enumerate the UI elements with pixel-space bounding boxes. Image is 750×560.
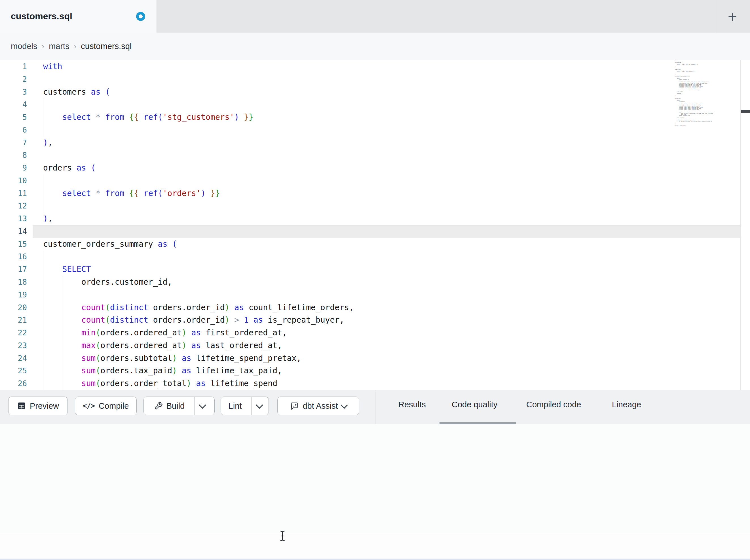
lint-split-button: Lint xyxy=(221,397,269,415)
tab-code-quality[interactable]: Code quality xyxy=(452,400,497,409)
breadcrumb: models › marts › customers.sql xyxy=(11,33,132,60)
code-line-text: min(orders.ordered_at) as first_ordered_… xyxy=(33,327,741,339)
code-line-text: ), xyxy=(33,212,741,225)
code-line[interactable]: 20 count(distinct orders.order_id) as co… xyxy=(0,302,741,314)
code-line-text: sum(orders.tax_paid) as lifetime_tax_pai… xyxy=(33,365,741,377)
code-line-text: count(distinct orders.order_id) > 1 as i… xyxy=(33,314,741,327)
wrench-icon xyxy=(154,402,163,410)
code-line[interactable]: 25 sum(orders.tax_paid) as lifetime_tax_… xyxy=(0,365,741,377)
code-line[interactable]: 21 count(distinct orders.order_id) > 1 a… xyxy=(0,314,741,327)
code-line-text: sum(orders.order_total) as lifetime_spen… xyxy=(33,377,741,390)
indent-guide xyxy=(43,174,43,213)
code-line-text xyxy=(33,149,741,162)
build-dropdown-button[interactable] xyxy=(195,397,210,415)
code-line[interactable]: 8 xyxy=(0,149,741,162)
line-number: 16 xyxy=(0,250,33,263)
code-line-text: sum(orders.subtotal) as lifetime_spend_p… xyxy=(33,352,741,365)
build-split-button: Build xyxy=(143,397,215,415)
code-line-text xyxy=(33,289,741,302)
code-brackets-icon: </> xyxy=(83,402,95,410)
code-line[interactable]: 23 max(orders.ordered_at) as last_ordere… xyxy=(0,339,741,352)
preview-button[interactable]: Preview xyxy=(8,397,68,415)
line-number: 10 xyxy=(0,174,33,187)
dbt-cloud-ide: customers.sql + models › marts › custome… xyxy=(0,0,750,560)
indent-guide xyxy=(43,98,43,137)
new-tab-button[interactable]: + xyxy=(720,5,745,28)
code-line[interactable]: 12 xyxy=(0,200,741,212)
code-line[interactable]: 16 xyxy=(0,250,741,263)
code-editor[interactable]: 1with23customers as (45 select * from {{… xyxy=(0,60,750,390)
code-line[interactable]: 5 select * from {{ ref('stg_customers') … xyxy=(0,111,741,124)
code-line[interactable]: 13), xyxy=(0,212,741,225)
line-number: 18 xyxy=(0,276,33,289)
compile-button[interactable]: </> Compile xyxy=(75,397,137,415)
line-number: 13 xyxy=(0,212,33,225)
line-number: 24 xyxy=(0,352,33,365)
code-line[interactable]: 3customers as ( xyxy=(0,86,741,99)
tab-customers-sql[interactable]: customers.sql xyxy=(0,0,157,33)
indent-guide xyxy=(62,276,62,390)
code-line-text: orders.customer_id, xyxy=(33,276,741,289)
code-line[interactable]: 24 sum(orders.subtotal) as lifetime_spen… xyxy=(0,352,741,365)
code-line[interactable]: 17 SELECT xyxy=(0,263,741,276)
code-line[interactable]: 10 xyxy=(0,174,741,187)
breadcrumb-item-models[interactable]: models xyxy=(11,42,37,51)
code-line-text: ), xyxy=(33,137,741,149)
build-button[interactable]: Build xyxy=(148,397,191,415)
code-line[interactable]: 18 orders.customer_id, xyxy=(0,276,741,289)
tab-bar: customers.sql + xyxy=(0,0,750,33)
lint-dropdown-button[interactable] xyxy=(252,397,267,415)
lint-button-label: Lint xyxy=(229,401,242,411)
line-number: 1 xyxy=(0,60,33,73)
code-line-text xyxy=(33,124,741,137)
breadcrumb-item-marts[interactable]: marts xyxy=(49,42,70,51)
chevron-down-icon xyxy=(256,401,263,409)
code-line[interactable]: 9orders as ( xyxy=(0,162,741,174)
preview-button-label: Preview xyxy=(30,401,59,411)
chevron-down-icon xyxy=(199,401,206,409)
unsaved-changes-dot-icon xyxy=(136,12,145,21)
lint-button[interactable]: Lint xyxy=(222,397,248,415)
breadcrumb-separator-icon: › xyxy=(74,42,77,51)
tab-lineage[interactable]: Lineage xyxy=(612,400,641,409)
tab-title: customers.sql xyxy=(11,11,72,22)
code-line-text: max(orders.ordered_at) as last_ordered_a… xyxy=(33,339,741,352)
tab-compiled-code[interactable]: Compiled code xyxy=(526,400,581,409)
status-bar: Defer to staging/production ? Ready xyxy=(0,534,750,559)
line-number: 4 xyxy=(0,98,33,111)
code-line[interactable]: 19 xyxy=(0,289,741,302)
line-number: 8 xyxy=(0,149,33,162)
code-line[interactable]: 11 select * from {{ ref('orders') }} xyxy=(0,187,741,200)
code-line-text: orders as ( xyxy=(33,162,741,174)
line-number: 17 xyxy=(0,263,33,276)
line-number: 20 xyxy=(0,302,33,314)
code-line[interactable]: 1with xyxy=(0,60,741,73)
line-number: 5 xyxy=(0,111,33,124)
indent-guide xyxy=(43,251,43,390)
code-line-text: with xyxy=(33,60,741,73)
tab-results[interactable]: Results xyxy=(398,400,426,409)
code-line-text xyxy=(33,250,741,263)
minimap[interactable]: with customers as ( select * from {{ ref… xyxy=(675,60,739,129)
code-line-text: customer_orders_summary as ( xyxy=(33,238,741,251)
code-line[interactable]: 6 xyxy=(0,124,741,137)
line-number: 12 xyxy=(0,200,33,212)
code-line[interactable]: 14 xyxy=(0,225,741,238)
line-number: 9 xyxy=(0,162,33,174)
code-line[interactable]: 26 sum(orders.order_total) as lifetime_s… xyxy=(0,377,741,390)
active-tab-underline xyxy=(439,422,516,424)
dbt-assist-button[interactable]: dbt Assist xyxy=(277,397,359,415)
editor-scrollbar-thumb[interactable] xyxy=(741,110,750,113)
code-line-text xyxy=(33,200,741,212)
code-line[interactable]: 15customer_orders_summary as ( xyxy=(0,238,741,251)
line-number: 14 xyxy=(0,225,33,238)
code-line[interactable]: 7), xyxy=(0,137,741,149)
code-line-text xyxy=(33,73,741,86)
code-line[interactable]: 2 xyxy=(0,73,741,86)
code-line[interactable]: 4 xyxy=(0,98,741,111)
table-icon xyxy=(17,401,26,411)
chevron-down-icon xyxy=(340,401,348,409)
code-line[interactable]: 22 min(orders.ordered_at) as first_order… xyxy=(0,327,741,339)
code-line-text: customers as ( xyxy=(33,86,741,99)
dbt-assist-button-label: dbt Assist xyxy=(302,401,338,411)
